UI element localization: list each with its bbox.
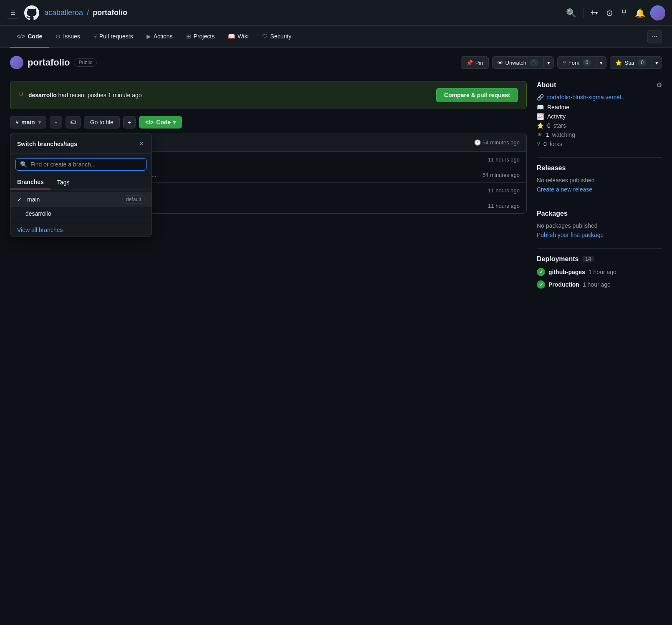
projects-icon: ⊞ (186, 33, 191, 40)
star-button[interactable]: ⭐ Star 0 (610, 56, 652, 69)
tab-projects[interactable]: ⊞ Projects (179, 26, 222, 48)
fork-button[interactable]: ⑂ Fork 0 (557, 56, 596, 69)
code-brackets-icon: </> (145, 119, 154, 126)
avatar[interactable] (650, 5, 665, 20)
branch-item-desarrollo[interactable]: desarrollo (10, 207, 152, 220)
check-icon: ✓ (539, 270, 543, 275)
hamburger-icon: ☰ (10, 10, 15, 16)
watching-icon: 👁 (537, 131, 543, 138)
create-button[interactable]: + ▾ (587, 5, 601, 21)
notifications-button[interactable]: 🔔 (632, 5, 649, 21)
chevron-down-icon: ▾ (38, 120, 41, 125)
push-notice-text: desarrollo had recent pushes 1 minute ag… (28, 92, 431, 98)
publish-package-link[interactable]: Publish your first package (537, 232, 662, 238)
branch-history-button[interactable]: ⑂ (50, 116, 62, 129)
deploy-status-icon: ✓ (537, 280, 545, 289)
repo-owner[interactable]: acaballeroa (44, 8, 83, 17)
actions-icon: ▶ (147, 33, 151, 40)
repo-name[interactable]: portafolio (93, 8, 127, 17)
tag-button[interactable]: 🏷 (66, 116, 81, 129)
no-packages-text: No packages published (537, 222, 662, 229)
about-section-header: About ⚙ (537, 81, 662, 89)
tab-security[interactable]: 🛡 Security (255, 26, 298, 48)
create-release-link[interactable]: Create a new release (537, 186, 662, 193)
plus-icon: + (128, 119, 131, 126)
file-time: 11 hours ago (488, 187, 520, 194)
tab-code[interactable]: </> Code (10, 26, 49, 48)
link-icon: 🔗 (537, 94, 544, 101)
watch-dropdown-button[interactable]: ▾ (543, 56, 554, 69)
chevron-down-icon: ▾ (547, 60, 550, 66)
chevron-down-icon: ▾ (655, 60, 658, 66)
branch-item-main[interactable]: ✓ main default (10, 192, 152, 207)
commit-time: 🕐 54 minutes ago (474, 139, 520, 146)
file-time: 54 minutes ago (483, 172, 520, 178)
repo-nav-more-button[interactable]: ··· (647, 30, 662, 43)
tab-issues[interactable]: ⊙ Issues (49, 26, 86, 48)
book-icon: 📖 (537, 104, 544, 111)
nav-divider (583, 8, 584, 18)
branch-icon: ⑂ (15, 119, 19, 126)
no-releases-text: No releases published (537, 177, 662, 184)
star-icon: ⭐ (615, 60, 622, 66)
branch-selector-button[interactable]: ⑂ main ▾ (10, 116, 46, 129)
divider-1 (537, 157, 662, 158)
fork-button-group: ⑂ Fork 0 ▾ (557, 56, 607, 69)
search-button[interactable]: 🔍 (563, 5, 580, 21)
about-settings-button[interactable]: ⚙ (656, 81, 662, 89)
file-commit-msg: Se regresó a la ve... (108, 172, 478, 178)
deploy-name[interactable]: Production (548, 281, 579, 288)
about-title: About (537, 81, 556, 89)
top-nav-left: ☰ acaballeroa / portafolio (7, 5, 127, 20)
watch-count: 1 (530, 59, 538, 66)
circle-dot-icon: ⊙ (606, 8, 613, 18)
issues-nav-button[interactable]: ⊙ (603, 5, 616, 21)
tab-actions[interactable]: ▶ Actions (140, 26, 179, 48)
bell-icon: 🔔 (635, 8, 645, 18)
close-dropdown-button[interactable]: ✕ (138, 139, 145, 149)
chevron-down-icon: ▾ (600, 60, 603, 66)
fork-dropdown-button[interactable]: ▾ (596, 56, 606, 69)
pin-icon: 📌 (466, 60, 473, 66)
pr-nav-button[interactable]: ⑂ (618, 5, 630, 21)
branch-tags-tabs: Branches Tags (10, 175, 152, 189)
wiki-icon: 📖 (228, 33, 235, 40)
file-time: 11 hours ago (488, 156, 520, 163)
file-commit-msg: v1 Portafolio (108, 187, 484, 194)
deployment-item-github-pages: ✓ github-pages 1 hour ago (537, 268, 662, 276)
star-dropdown-button[interactable]: ▾ (652, 56, 662, 69)
visibility-badge: Public (74, 58, 97, 67)
gear-icon: ⚙ (656, 81, 662, 88)
github-logo (24, 5, 39, 20)
branch-search-inner: 🔍 (15, 158, 147, 171)
file-commit-msg: v1 Portafolio (108, 156, 484, 163)
branch-search-input[interactable] (30, 161, 142, 168)
watch-button-group: 👁 Unwatch 1 ▾ (492, 56, 554, 69)
deploy-time: 1 hour ago (589, 269, 616, 275)
branch-search-wrapper: 🔍 (10, 154, 152, 175)
add-file-button[interactable]: + (123, 116, 136, 129)
search-icon: 🔍 (566, 8, 576, 18)
tab-wiki[interactable]: 📖 Wiki (221, 26, 255, 48)
repo-owner-avatar (10, 56, 23, 69)
deploy-name[interactable]: github-pages (548, 269, 585, 275)
repo-header: portafolio Public 📌 Pin 👁 Unwatch 1 ▾ ⑂ … (0, 48, 672, 74)
eye-icon: 👁 (498, 60, 503, 66)
code-dropdown-button[interactable]: </> Code ▾ (139, 116, 182, 129)
tags-tab[interactable]: Tags (51, 175, 76, 189)
compare-pull-request-button[interactable]: Compare & pull request (436, 88, 518, 102)
file-commit-msg: v1 Portafolio (108, 203, 484, 209)
releases-title: Releases (537, 164, 566, 172)
pin-button[interactable]: 📌 Pin (461, 56, 489, 69)
view-all-branches-link[interactable]: View all branches (10, 223, 152, 237)
branches-tab[interactable]: Branches (10, 175, 51, 189)
about-readme-item: 📖 Readme (537, 104, 662, 111)
hamburger-button[interactable]: ☰ (7, 7, 19, 19)
watch-button[interactable]: 👁 Unwatch 1 (492, 56, 543, 69)
about-website-link[interactable]: 🔗 portafolio-blush-sigma.vercel... (537, 94, 662, 101)
tab-pull-requests[interactable]: ⑂ Pull requests (87, 26, 140, 48)
go-to-file-button[interactable]: Go to file (84, 116, 120, 129)
deployments-header: Deployments 14 (537, 255, 662, 263)
deployments-count-badge: 14 (582, 256, 594, 262)
clock-icon: 🕐 (474, 139, 481, 146)
